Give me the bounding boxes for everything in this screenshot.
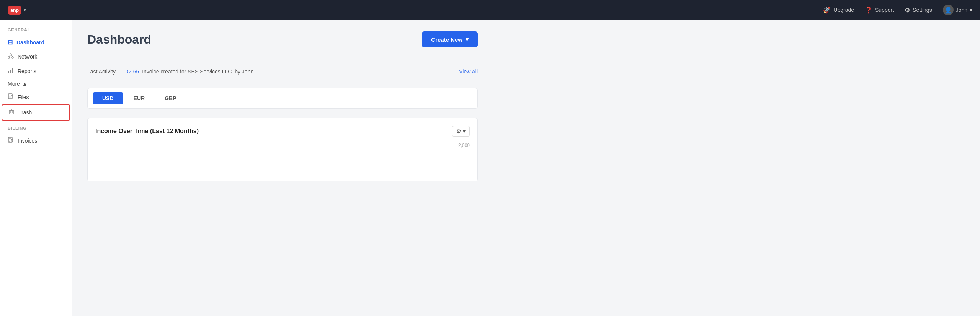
chart-y-label: 2,000 [458,143,470,148]
income-settings-icon: ⚙ [456,128,461,134]
sidebar-item-dashboard[interactable]: ⊟ Dashboard [0,35,72,49]
avatar: 👤 [943,5,954,15]
sidebar: GENERAL ⊟ Dashboard Network [0,20,72,316]
svg-point-0 [10,54,11,55]
user-menu[interactable]: 👤 John ▾ [943,5,972,15]
main-inner: Dashboard Create New ▾ Last Activity — 0… [72,20,493,193]
svg-line-4 [11,55,13,57]
user-name: John [956,7,967,13]
network-icon [8,53,14,60]
files-icon [8,93,14,101]
currency-tab-usd[interactable]: USD [93,92,123,104]
income-settings-chevron-icon: ▾ [463,128,466,134]
nav-right-items: 🚀 Upgrade ❓ Support ⚙ Settings 👤 John ▾ [823,5,972,15]
support-icon: ❓ [865,7,872,14]
view-all-link[interactable]: View All [459,68,478,75]
upgrade-label: Upgrade [833,7,854,13]
sidebar-item-label: Files [18,94,29,100]
more-chevron-icon: ▲ [22,81,28,87]
general-section-label: GENERAL [0,28,72,35]
logo-chevron-icon[interactable]: ▾ [24,7,26,13]
svg-line-3 [9,55,11,57]
create-new-chevron-icon: ▾ [466,36,469,43]
page-header: Dashboard Create New ▾ [87,31,478,55]
svg-rect-6 [10,70,11,73]
chart-area: 2,000 [95,143,470,173]
svg-rect-7 [12,68,13,73]
sidebar-item-label: Invoices [18,138,37,144]
activity-invoice-link[interactable]: 02-66 [126,68,139,75]
sidebar-item-network[interactable]: Network [0,49,72,64]
sidebar-item-files[interactable]: Files [0,90,72,104]
settings-label: Settings [913,7,932,13]
main-content: Dashboard Create New ▾ Last Activity — 0… [72,20,980,316]
income-section: Income Over Time (Last 12 Months) ⚙ ▾ 2,… [87,118,478,181]
sidebar-item-label: Reports [18,68,36,74]
sidebar-item-label: Network [18,54,37,60]
currency-tabs-wrapper: USD EUR GBP [87,88,478,109]
sidebar-item-label: Dashboard [16,39,44,46]
currency-tab-eur[interactable]: EUR [124,92,154,104]
sidebar-item-label: Trash [18,109,32,116]
nav-logo-area: anp ▾ [8,6,26,15]
upgrade-nav-item[interactable]: 🚀 Upgrade [823,7,854,14]
sidebar-item-reports[interactable]: Reports [0,64,72,78]
reports-icon [8,67,14,75]
create-new-label: Create New [431,36,462,43]
app-body: GENERAL ⊟ Dashboard Network [0,20,980,316]
logo-badge[interactable]: anp [8,6,21,15]
sidebar-item-trash[interactable]: Trash [2,104,70,121]
svg-rect-5 [8,71,9,73]
svg-point-2 [12,57,13,58]
currency-tabs: USD EUR GBP [93,92,472,104]
settings-nav-item[interactable]: ⚙ Settings [905,7,932,14]
user-chevron-icon: ▾ [970,7,972,13]
activity-bar: Last Activity — 02-66 Invoice created fo… [87,63,478,80]
sidebar-more-toggle[interactable]: More ▲ [0,78,72,90]
income-title: Income Over Time (Last 12 Months) [95,128,199,135]
activity-prefix: Last Activity — [87,68,122,75]
invoices-icon [8,137,14,145]
currency-tab-gbp[interactable]: GBP [155,92,185,104]
upgrade-icon: 🚀 [823,7,831,14]
billing-section-label: BILLING [0,126,72,134]
chart-midline [95,143,470,143]
more-label: More [8,81,20,87]
support-label: Support [875,7,894,13]
activity-text: Last Activity — 02-66 Invoice created fo… [87,68,253,75]
chart-baseline [95,173,470,173]
page-title: Dashboard [87,33,151,47]
svg-point-1 [8,57,10,58]
sidebar-item-invoices[interactable]: Invoices [0,134,72,148]
create-new-button[interactable]: Create New ▾ [422,31,478,47]
activity-suffix: Invoice created for SBS Services LLC. by… [142,68,253,75]
settings-icon: ⚙ [905,7,910,14]
svg-rect-11 [10,110,13,114]
trash-icon [8,109,15,116]
dashboard-icon: ⊟ [8,39,13,46]
income-header: Income Over Time (Last 12 Months) ⚙ ▾ [95,126,470,137]
support-nav-item[interactable]: ❓ Support [865,7,894,14]
top-navigation: anp ▾ 🚀 Upgrade ❓ Support ⚙ Settings 👤 J… [0,0,980,20]
income-settings-button[interactable]: ⚙ ▾ [452,126,470,137]
